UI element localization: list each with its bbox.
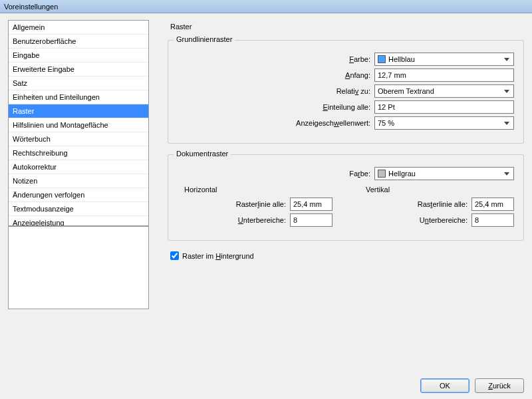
combo-threshold-value: 75 % xyxy=(378,119,394,127)
sidebar-item[interactable]: Hilfslinien und Montagefläche xyxy=(9,118,148,132)
sidebar-item[interactable]: Autokorrektur xyxy=(9,160,148,174)
sidebar-item[interactable]: Rechtschreibung xyxy=(9,146,148,160)
sidebar-item[interactable]: Notizen xyxy=(9,174,148,188)
sidebar-item[interactable]: Einheiten und Einteilungen xyxy=(9,90,148,104)
group-document-grid: Dokumentraster Farbe: Hellgrau Horizonta… xyxy=(168,154,524,241)
input-v-gridline[interactable]: 25,4 mm xyxy=(471,198,514,211)
dialog-title: Voreinstellungen xyxy=(0,0,532,13)
category-detail xyxy=(8,226,149,309)
label-vertical: Vertikal xyxy=(366,186,514,194)
sidebar-item[interactable]: Raster xyxy=(9,104,148,118)
panel-heading: Raster xyxy=(170,23,524,31)
sidebar-item[interactable]: Satz xyxy=(9,76,148,90)
sidebar-item[interactable]: Anzeigeleistung xyxy=(9,216,148,226)
label-threshold: Anzeigeschwellenwert: xyxy=(296,119,370,127)
group-document-legend: Dokumentraster xyxy=(174,150,231,158)
label-color: Farbe: xyxy=(349,55,370,63)
ok-button[interactable]: OK xyxy=(420,378,469,393)
checkbox-grid-background[interactable] xyxy=(170,251,179,260)
label-grid-background[interactable]: Raster im Hintergrund xyxy=(182,252,254,260)
group-baseline-grid: Grundlinienraster Farbe: Hellblau Anfang… xyxy=(168,40,524,144)
input-increment[interactable]: 12 Pt xyxy=(374,100,514,114)
combo-threshold[interactable]: 75 % xyxy=(374,116,514,130)
dialog-footer: OK Zurück xyxy=(0,372,532,399)
label-v-subdiv: Unterbereiche: xyxy=(420,216,467,224)
sidebar-item[interactable]: Allgemein xyxy=(9,21,148,35)
sidebar-item[interactable]: Wörterbuch xyxy=(9,132,148,146)
combo-document-color[interactable]: Hellgrau xyxy=(374,167,514,180)
combo-baseline-color[interactable]: Hellblau xyxy=(374,53,514,66)
col-horizontal: Horizontal Rasterlinie alle: 25,4 mm Unt… xyxy=(178,186,332,229)
back-button[interactable]: Zurück xyxy=(475,378,524,393)
label-increment: Einteilung alle: xyxy=(323,103,370,111)
checkbox-grid-background-row: Raster im Hintergrund xyxy=(170,251,524,260)
swatch-icon xyxy=(378,55,386,63)
sidebar-item[interactable]: Erweiterte Eingabe xyxy=(9,63,148,76)
label-v-gridline: Rasterlinie alle: xyxy=(418,200,467,208)
sidebar-item[interactable]: Textmodusanzeige xyxy=(9,202,148,216)
swatch-icon xyxy=(378,170,386,178)
combo-relative-value: Oberem Textrand xyxy=(378,87,434,95)
label-doc-color: Farbe: xyxy=(349,170,370,178)
sidebar-item[interactable]: Eingabe xyxy=(9,49,148,63)
label-h-subdiv: Unterbereiche: xyxy=(238,216,286,224)
dialog-body: AllgemeinBenutzeroberflächeEingabeErweit… xyxy=(0,13,532,372)
label-relative-to: Relativ zu: xyxy=(336,87,370,95)
sidebar: AllgemeinBenutzeroberflächeEingabeErweit… xyxy=(8,20,149,372)
combo-baseline-color-value: Hellblau xyxy=(388,55,415,63)
group-baseline-legend: Grundlinienraster xyxy=(174,35,235,43)
input-h-subdiv[interactable]: 8 xyxy=(290,213,332,227)
label-h-gridline: Rasterlinie alle: xyxy=(236,200,286,208)
combo-document-color-value: Hellgrau xyxy=(388,170,416,178)
category-list[interactable]: AllgemeinBenutzeroberflächeEingabeErweit… xyxy=(8,20,149,226)
label-horizontal: Horizontal xyxy=(184,186,332,194)
combo-relative-to[interactable]: Oberem Textrand xyxy=(374,84,514,98)
input-h-gridline[interactable]: 25,4 mm xyxy=(290,198,332,211)
input-v-subdiv[interactable]: 8 xyxy=(471,213,514,227)
panel-raster: Raster Grundlinienraster Farbe: Hellblau… xyxy=(149,20,524,372)
sidebar-item[interactable]: Änderungen verfolgen xyxy=(9,188,148,202)
col-vertical: Vertikal Rasterlinie alle: 25,4 mm Unter… xyxy=(359,186,514,229)
label-start: Anfang: xyxy=(345,71,370,79)
input-start[interactable]: 12,7 mm xyxy=(374,68,514,82)
sidebar-item[interactable]: Benutzeroberfläche xyxy=(9,35,148,49)
